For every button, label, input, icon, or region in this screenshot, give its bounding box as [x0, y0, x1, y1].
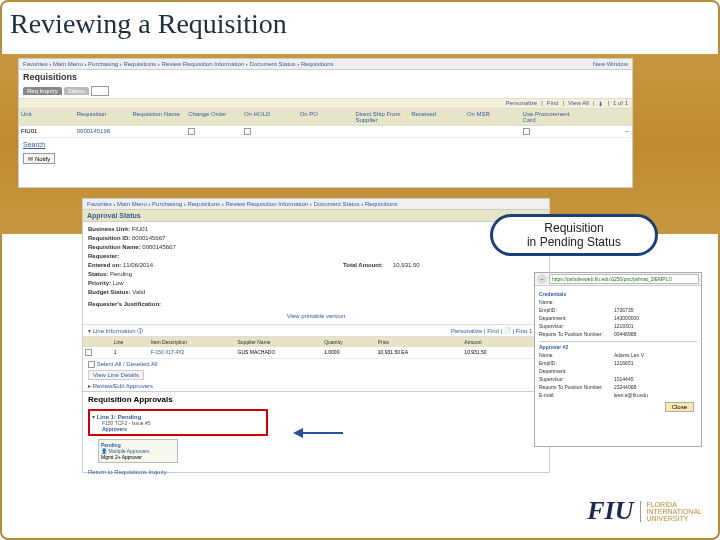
back-icon[interactable]: ←: [537, 274, 547, 284]
reqname-label: Requisition Name:: [88, 244, 141, 250]
crumb[interactable]: Review Requisition Information: [161, 61, 244, 67]
envelope-icon: ✉: [28, 155, 33, 162]
super-label: Supervisor:: [539, 323, 614, 329]
budget-label: Budget Status:: [88, 289, 131, 295]
reqname-value: 0000145667: [142, 244, 175, 250]
approval-status-heading: Approval Status: [83, 210, 549, 222]
row-checkbox[interactable]: [85, 349, 92, 356]
cell-onpo: [298, 126, 354, 137]
breadcrumb: Favorites › Main Menu › Purchasing › Req…: [83, 199, 549, 210]
cell-recv: [409, 126, 465, 137]
crumb[interactable]: Requisitions: [365, 201, 398, 207]
download-icon[interactable]: ⬇: [598, 100, 603, 107]
cell-req-link[interactable]: 0000145198: [75, 126, 131, 137]
review-edit-approvers[interactable]: Review/Edit Approvers: [93, 383, 153, 389]
breadcrumb: Favorites › Main Menu › Purchasing › Req…: [19, 59, 632, 70]
search-link[interactable]: Search: [19, 138, 632, 151]
personalize-link[interactable]: Personalize: [506, 100, 537, 107]
reqid-value: 0000145667: [132, 235, 165, 241]
view-printable-link[interactable]: View printable version: [88, 312, 544, 321]
status-label: Status:: [88, 271, 108, 277]
priority-label: Priority:: [88, 280, 111, 286]
email2-label: E-mail:: [539, 392, 614, 398]
reports2-label: Reports To Position Number:: [539, 384, 614, 390]
fiu-mark: FIU: [587, 496, 633, 526]
fiu-text-1: FLORIDA: [647, 501, 703, 508]
find-link[interactable]: Find: [547, 100, 559, 107]
grid-headers: Unit Requisition Requisition Name Change…: [19, 109, 632, 126]
col-onmsr: On MSR: [465, 109, 521, 125]
crumb[interactable]: Main Menu: [53, 61, 83, 67]
select-all-checkbox[interactable]: [88, 361, 95, 368]
return-link[interactable]: Return to Requisitions Inquiry: [83, 466, 549, 478]
crumb[interactable]: Requisitions: [123, 61, 156, 67]
col-price: Price: [376, 337, 463, 347]
cell-qty: 1.0000: [322, 347, 376, 358]
crumb[interactable]: Document Status: [314, 201, 360, 207]
email2-value: leen.a@fiu.edu: [614, 392, 648, 398]
close-button[interactable]: Close: [665, 402, 694, 412]
crumb[interactable]: Purchasing: [88, 61, 118, 67]
crumb[interactable]: Purchasing: [152, 201, 182, 207]
arrow-annotation: [288, 428, 343, 438]
view-all-link[interactable]: View All: [568, 100, 589, 107]
bu-value: FIU01: [132, 226, 148, 232]
col-qty: Quantity: [322, 337, 376, 347]
cell-name: [130, 126, 186, 137]
requisition-search-panel: Favorites › Main Menu › Purchasing › Req…: [18, 58, 633, 188]
reqid-label: Requisition ID:: [88, 235, 130, 241]
total-value: 10,931.50: [393, 262, 420, 268]
col-spacer: [576, 109, 632, 125]
first-link[interactable]: First: [516, 328, 528, 334]
reports-value: 00448988: [614, 331, 636, 337]
justification-label: Requester's Justification:: [88, 301, 161, 307]
col-reqname: Requisition Name: [130, 109, 186, 125]
crumb[interactable]: Document Status: [250, 61, 296, 67]
super2-value: 1014445: [614, 376, 633, 382]
new-window-link[interactable]: New Window: [593, 61, 628, 67]
go-input[interactable]: [91, 86, 109, 96]
cell-ds: [353, 126, 409, 137]
approver-popup: ← https://psfsdevweb.fiu.edu:6250/psc/ps…: [534, 272, 702, 447]
select-all-link[interactable]: Select All / Deselect All: [97, 361, 158, 367]
url-field[interactable]: https://psfsdevweb.fiu.edu:6250/psc/psfm…: [549, 274, 699, 284]
tab-status[interactable]: Status: [64, 87, 89, 95]
reports-label: Reports To Position Number:: [539, 331, 614, 337]
crumb[interactable]: Review Requisition Information: [225, 201, 308, 207]
cell-desc-link[interactable]: F-150 XLT-4X2: [149, 347, 236, 358]
dept-label: Department:: [539, 315, 614, 321]
crumb[interactable]: Requisitions: [301, 61, 334, 67]
personalize-link[interactable]: Personalize: [451, 328, 482, 334]
notify-button[interactable]: ✉ Notify: [23, 153, 55, 164]
tab-req-inquiry[interactable]: Req Inquiry: [23, 87, 62, 95]
fiu-text-3: UNIVERSITY: [647, 515, 703, 522]
cell-upc: [521, 126, 577, 137]
crumb[interactable]: Requisitions: [187, 201, 220, 207]
dept2-label: Department:: [539, 368, 614, 374]
entered-value: 11/06/2014: [123, 262, 153, 268]
dept-value: 143000000: [614, 315, 639, 321]
bu-label: Business Unit:: [88, 226, 130, 232]
crumb[interactable]: Favorites: [23, 61, 48, 67]
row-expand-icon[interactable]: →: [576, 126, 632, 137]
pending-approver-card[interactable]: Pending 👤 Multiple Approvers Mgmt 2+ App…: [98, 439, 178, 463]
find-link[interactable]: Find: [487, 328, 499, 334]
approvers-label: Approvers: [102, 426, 264, 432]
reports2-value: 23244068: [614, 384, 636, 390]
crumb[interactable]: Main Menu: [117, 201, 147, 207]
line-row: 1 F-150 XLT-4X2 GUS MACHADO 1.0000 10,93…: [83, 347, 549, 359]
range-label: 1 of 1: [613, 100, 628, 107]
page-header: Requisitions: [19, 70, 632, 84]
line-info-heading[interactable]: Line Information: [93, 328, 136, 334]
grid-row[interactable]: FIU01 0000145198 →: [19, 126, 632, 138]
super-value: 1219301: [614, 323, 633, 329]
name2-value: Adams Len V: [614, 352, 644, 358]
cell-unit: FIU01: [19, 126, 75, 137]
view-line-details-button[interactable]: View Line Details: [88, 370, 144, 380]
emplid-label: EmplID:: [539, 307, 614, 313]
approver2-heading: Approver #2: [539, 341, 697, 351]
cell-onmsr: [465, 126, 521, 137]
status-value: Pending: [110, 271, 132, 277]
crumb[interactable]: Favorites: [87, 201, 112, 207]
name2-label: Name:: [539, 352, 614, 358]
